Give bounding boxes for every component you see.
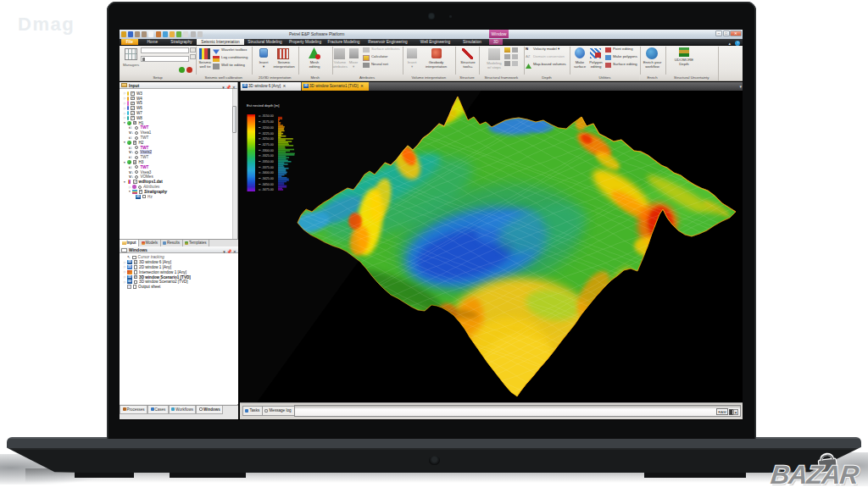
svg-text:-3225.00: -3225.00: [262, 131, 274, 135]
svg-text:-3250.00: -3250.00: [262, 137, 274, 141]
svg-text:-3375.00: -3375.00: [262, 165, 274, 169]
svg-text:-3450.00: -3450.00: [262, 182, 274, 186]
svg-text:-3200.00: -3200.00: [262, 125, 274, 129]
svg-text:-3175.00: -3175.00: [262, 120, 274, 124]
svg-text:-3425.00: -3425.00: [262, 177, 274, 180]
svg-text:-3475.00: -3475.00: [262, 188, 274, 191]
svg-text:-3325.00: -3325.00: [262, 154, 274, 158]
svg-text:-3275.00: -3275.00: [262, 142, 274, 146]
svg-text:BAZAR: BAZAR: [770, 460, 861, 490]
svg-text:-3400.00: -3400.00: [262, 171, 274, 174]
svg-text:-3150.00: -3150.00: [262, 114, 274, 118]
svg-text:Est nested depth [m]: Est nested depth [m]: [247, 103, 279, 108]
svg-text:-3350.00: -3350.00: [262, 159, 274, 163]
svg-text:-3300.00: -3300.00: [262, 148, 274, 152]
